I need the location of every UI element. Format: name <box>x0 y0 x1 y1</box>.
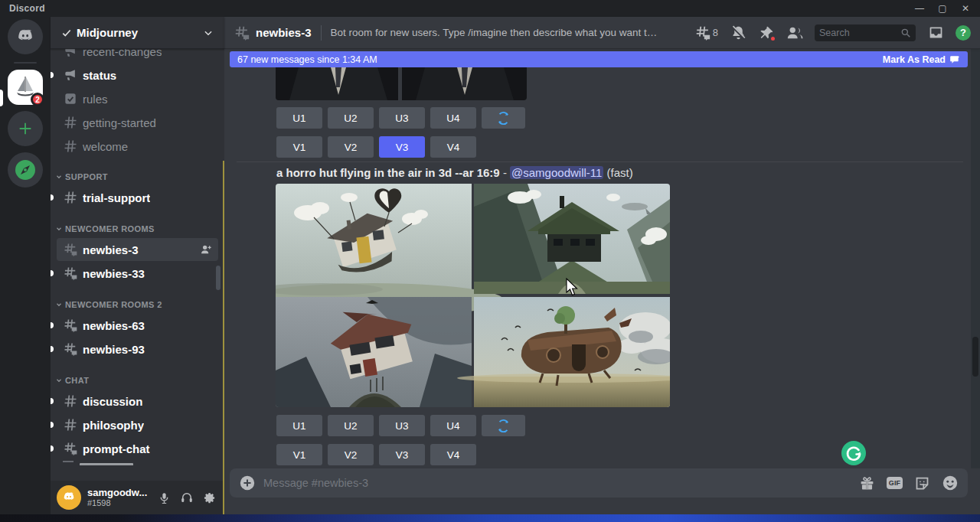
v1-button[interactable]: V1 <box>276 136 322 158</box>
server-selected-indicator <box>0 90 3 106</box>
channel-topic[interactable]: Bot room for new users. Type /imagine th… <box>331 27 660 38</box>
u4-button[interactable]: U4 <box>430 415 476 436</box>
chat-scrollbar-track[interactable] <box>971 49 980 468</box>
generated-image-4[interactable] <box>474 297 670 407</box>
grammarly-badge[interactable] <box>841 440 867 466</box>
user-avatar[interactable] <box>57 485 81 510</box>
generated-image-partial[interactable] <box>276 67 527 100</box>
u3-button[interactable]: U3 <box>379 415 425 436</box>
unread-indicator <box>51 72 54 78</box>
attach-plus-icon[interactable] <box>239 475 256 491</box>
sidebar-item-discussion[interactable]: discussion <box>57 390 218 413</box>
sidebar-item-newbies-3[interactable]: newbies-3 <box>57 238 218 261</box>
generated-image-1[interactable] <box>276 184 472 294</box>
v3-button-active[interactable]: V3 <box>379 136 425 158</box>
channel-list: recent-changes status rules getting-star… <box>51 49 224 481</box>
unread-indicator <box>51 194 54 201</box>
reroll-button[interactable] <box>482 107 525 129</box>
member-list-button[interactable] <box>786 24 803 41</box>
hash-chat-icon <box>694 24 711 41</box>
u3-button[interactable]: U3 <box>379 107 425 129</box>
chat-scrollbar-thumb[interactable] <box>972 337 978 377</box>
hash-icon <box>63 139 78 154</box>
sidebar-item-philosophy[interactable]: philosophy <box>57 413 218 436</box>
u1-button[interactable]: U1 <box>276 415 322 436</box>
category-support[interactable]: SUPPORT <box>51 168 224 185</box>
sidebar-item-newbies-33[interactable]: newbies-33 <box>57 262 218 285</box>
invite-people-icon[interactable] <box>200 243 212 256</box>
search-box[interactable] <box>815 24 916 41</box>
app-title: Discord <box>9 3 45 14</box>
message-scroller[interactable]: U1 U2 U3 U4 V1 V2 V3 V4 a horro hut flyi… <box>224 49 980 468</box>
add-server-button[interactable] <box>8 111 43 146</box>
hash-icon <box>63 115 78 130</box>
channel-name: discussion <box>83 395 142 408</box>
channel-header: newbies-3 Bot room for new users. Type /… <box>224 17 980 49</box>
channel-list-scrollbar[interactable] <box>216 266 220 290</box>
gift-button[interactable] <box>858 475 876 492</box>
v3-button[interactable]: V3 <box>379 444 425 465</box>
generated-image-3[interactable] <box>276 297 472 407</box>
category-chat[interactable]: CHAT <box>51 372 224 389</box>
u2-button[interactable]: U2 <box>328 107 374 129</box>
hash-chat-icon <box>234 24 250 41</box>
v2-button[interactable]: V2 <box>328 444 374 465</box>
sidebar-item-recent-changes[interactable]: recent-changes <box>57 49 218 63</box>
new-messages-banner[interactable]: 67 new messages since 1:34 AM Mark As Re… <box>230 51 968 67</box>
hash-icon <box>63 461 74 468</box>
sidebar-item-trial-support[interactable]: trial-support <box>57 186 218 209</box>
deafen-button[interactable] <box>178 489 195 506</box>
explore-servers-button[interactable] <box>8 152 43 188</box>
hash-chat-icon <box>63 318 78 333</box>
mute-microphone-button[interactable] <box>155 489 172 506</box>
home-button[interactable] <box>8 19 43 54</box>
user-mention[interactable]: @samgoodwill-11 <box>510 166 603 179</box>
sidebar-item-getting-started[interactable]: getting-started <box>57 111 218 134</box>
generated-image-grid <box>276 184 670 407</box>
mark-as-read-button[interactable]: Mark As Read <box>883 54 960 65</box>
sticker-button[interactable] <box>913 475 931 492</box>
channel-name: trial-support <box>83 191 150 204</box>
u2-button[interactable]: U2 <box>328 415 374 436</box>
category-newcomer-rooms[interactable]: NEWCOMER ROOMS <box>51 220 224 237</box>
minimize-button[interactable]: — <box>914 3 925 14</box>
search-input[interactable] <box>819 28 897 38</box>
server-icon-midjourney[interactable]: 2 <box>8 70 43 105</box>
pinned-messages-button[interactable] <box>758 24 775 41</box>
sidebar-item-newbies-93[interactable]: newbies-93 <box>57 338 218 361</box>
v1-button[interactable]: V1 <box>276 444 322 465</box>
message-input[interactable] <box>263 477 851 489</box>
category-label: SUPPORT <box>65 172 108 181</box>
hash-chat-icon <box>63 341 78 357</box>
channel-name: philosophy <box>83 419 144 432</box>
gif-picker-button[interactable]: GIF <box>886 475 903 492</box>
sidebar-item-status[interactable]: status <box>57 64 218 86</box>
help-button[interactable]: ? <box>956 25 971 41</box>
v4-button[interactable]: V4 <box>430 136 476 158</box>
v4-button[interactable]: V4 <box>430 444 476 465</box>
sidebar-item-welcome[interactable]: welcome <box>57 135 218 158</box>
category-newcomer-rooms-2[interactable]: NEWCOMER ROOMS 2 <box>51 296 224 313</box>
user-settings-button[interactable] <box>201 489 218 506</box>
reroll-button[interactable] <box>482 415 525 436</box>
emoji-button[interactable] <box>941 475 959 492</box>
u4-button[interactable]: U4 <box>430 107 476 129</box>
sticker-icon <box>914 475 930 491</box>
gift-icon <box>859 475 875 491</box>
unread-indicator <box>51 346 54 352</box>
generated-image-2[interactable] <box>474 184 670 294</box>
threads-button[interactable]: 8 <box>694 24 718 41</box>
v2-button[interactable]: V2 <box>328 136 374 158</box>
u1-button[interactable]: U1 <box>276 107 322 129</box>
inbox-button[interactable] <box>927 24 944 41</box>
sidebar-item-newbies-63[interactable]: newbies-63 <box>57 314 218 337</box>
sidebar-item-prompt-chat[interactable]: prompt-chat <box>57 437 218 460</box>
close-button[interactable]: ✕ <box>960 3 971 14</box>
sidebar-item-rules[interactable]: rules <box>57 87 218 110</box>
notification-settings-button[interactable] <box>730 24 746 41</box>
server-header[interactable]: Midjourney <box>51 17 224 49</box>
channel-title: newbies-3 <box>256 26 312 39</box>
hash-icon <box>63 393 78 409</box>
chat-area: newbies-3 Bot room for new users. Type /… <box>224 17 980 514</box>
maximize-button[interactable]: ▢ <box>937 3 948 14</box>
